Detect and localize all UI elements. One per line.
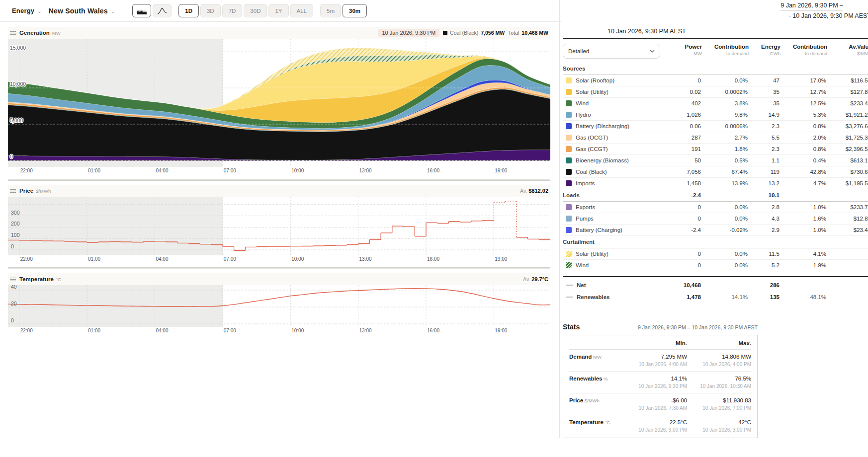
stats-box: Min. Max. Demand MW7,295 MW10 Jan 2026, … bbox=[563, 335, 758, 438]
cell-power: 1,458 bbox=[671, 180, 702, 186]
stats-title: Stats bbox=[563, 323, 580, 331]
coal-swatch-icon bbox=[443, 31, 447, 35]
x-tick-label: 19:00 bbox=[495, 328, 507, 333]
chevron-down-icon: ⌄ bbox=[111, 8, 115, 14]
section-header-sources: Sources bbox=[563, 63, 868, 75]
cell-power: 0 bbox=[671, 251, 702, 257]
table-row[interactable]: Coal (Black)7,05667.4%11942.8%$730.61 bbox=[563, 166, 868, 178]
topbar-region-dropdown[interactable]: New South Wales ⌄ bbox=[49, 7, 115, 15]
series-name: Solar (Utility) bbox=[576, 89, 608, 95]
section-header-loads: Loads-2.410.1 bbox=[563, 189, 868, 202]
cell-cenergy: 0.4% bbox=[781, 157, 827, 163]
drag-handle-icon[interactable] bbox=[10, 277, 16, 282]
drag-handle-icon[interactable] bbox=[10, 31, 16, 35]
temperature-chart[interactable]: 40200 bbox=[8, 285, 550, 327]
hover-series-name: Coal (Black) bbox=[450, 30, 478, 36]
svg-text:15,000: 15,000 bbox=[10, 45, 26, 51]
svg-text:20: 20 bbox=[11, 301, 17, 306]
cell-power: 10,468 bbox=[671, 282, 702, 288]
range-30d-button[interactable]: 30D bbox=[244, 4, 267, 17]
svg-text:0: 0 bbox=[10, 153, 13, 159]
x-tick-label: 07:00 bbox=[224, 168, 236, 173]
cell-cenergy: 12.5% bbox=[781, 100, 827, 106]
series-name: Gas (OCGT) bbox=[576, 135, 608, 141]
cell-cpower: 0.0006% bbox=[702, 123, 749, 129]
cell-power: 50 bbox=[671, 157, 702, 163]
svg-text:40: 40 bbox=[11, 285, 17, 290]
series-name: Wind bbox=[576, 100, 589, 106]
range-3d-button[interactable]: 3D bbox=[200, 4, 221, 17]
series-name: Battery (Charging) bbox=[576, 227, 622, 233]
table-row[interactable]: Bioenergy (Biomass)500.5%1.10.4%$613.13 bbox=[563, 155, 868, 166]
series-swatch-icon bbox=[566, 204, 572, 210]
date-range-end: · 10 Jan 2026, 9:30 PM AEST bbox=[781, 12, 868, 19]
summary-row-renewables[interactable]: Renewables1,47814.1%13548.1% bbox=[563, 291, 868, 303]
generation-panel: Generation MW 10 Jan 2026, 9:30 PM Coal … bbox=[8, 27, 550, 175]
view-selector-dropdown[interactable]: Detailed bbox=[563, 44, 660, 59]
table-row[interactable]: Wind00.0%5.21.9% bbox=[563, 260, 868, 271]
chart-style-line-button[interactable] bbox=[153, 4, 172, 17]
topbar-divider bbox=[124, 4, 124, 18]
summary-row-net[interactable]: Net10,468286 bbox=[563, 279, 868, 291]
cell-power: 0 bbox=[671, 204, 702, 210]
cell-cpower: 13.9% bbox=[702, 180, 749, 186]
range-all-button[interactable]: ALL bbox=[290, 4, 313, 17]
series-swatch-icon bbox=[566, 157, 572, 163]
series-swatch-icon bbox=[566, 216, 572, 222]
table-row[interactable]: Imports1,45813.9%13.24.7%$1,195.57 bbox=[563, 178, 868, 189]
cell-av: $1,725.36 bbox=[827, 135, 868, 141]
x-tick-label: 04:00 bbox=[156, 328, 168, 333]
table-row[interactable]: Battery (Discharging)0.060.0006%2.30.8%$… bbox=[563, 121, 868, 132]
table-row[interactable]: Pumps00.0%4.31.6%$12.82 bbox=[563, 213, 868, 225]
chevron-down-icon: ⌄ bbox=[37, 8, 41, 14]
panel-splitter[interactable] bbox=[8, 267, 550, 269]
table-row[interactable]: Solar (Rooftop)00.0%4717.0%$116.56 bbox=[563, 75, 868, 86]
table-row[interactable]: Exports00.0%2.81.0%$233.72 bbox=[563, 202, 868, 213]
temperature-title: Temperature bbox=[19, 276, 54, 282]
x-tick-label: 16:00 bbox=[427, 168, 439, 173]
chart-style-group bbox=[132, 4, 172, 17]
x-tick-label: 19:00 bbox=[495, 168, 507, 173]
range-7d-button[interactable]: 7D bbox=[222, 4, 243, 17]
series-swatch-icon bbox=[566, 251, 572, 257]
price-chart[interactable]: 3002001000 bbox=[8, 197, 550, 255]
cell-cenergy: 5.3% bbox=[781, 112, 827, 118]
date-range-picker[interactable]: 9 Jan 2026, 9:30 PM – · 10 Jan 2026, 9:3… bbox=[781, 2, 868, 19]
temperature-x-axis: 22:0001:0004:0007:0010:0013:0016:0019:00 bbox=[8, 327, 550, 335]
cell-cpower: 0.0% bbox=[702, 216, 749, 222]
table-row[interactable]: Solar (Utility)0.020.0002%3512.7%$127.87 bbox=[563, 86, 868, 98]
cell-cenergy: 12.7% bbox=[781, 89, 827, 95]
cell-av: $1,921.25 bbox=[827, 112, 868, 118]
svg-text:200: 200 bbox=[11, 221, 20, 227]
panel-splitter[interactable] bbox=[8, 179, 550, 181]
table-row[interactable]: Hydro1,0269.8%14.95.3%$1,921.25 bbox=[563, 109, 868, 121]
x-tick-label: 22:00 bbox=[20, 256, 33, 262]
cell-av: $233.43 bbox=[827, 100, 868, 106]
series-swatch-icon bbox=[566, 89, 572, 95]
drag-handle-icon[interactable] bbox=[10, 189, 16, 193]
x-tick-label: 01:00 bbox=[88, 256, 100, 262]
interval-30m-button[interactable]: 30m bbox=[343, 4, 367, 17]
cell-av: $23.44 bbox=[827, 227, 868, 233]
topbar-energy-dropdown[interactable]: Energy ⌄ bbox=[12, 7, 42, 14]
stats-panel: Stats 9 Jan 2026, 9:30 PM – 10 Jan 2026,… bbox=[563, 323, 758, 438]
series-name: Gas (CCGT) bbox=[576, 146, 608, 152]
table-row[interactable]: Gas (CCGT)1911.8%2.30.8%$2,396.53 bbox=[563, 144, 868, 155]
price-unit: $/MWh bbox=[36, 188, 51, 194]
interval-5m-button[interactable]: 5m bbox=[320, 4, 341, 17]
cell-energy: 2.9 bbox=[749, 227, 781, 233]
col-av-value: Av.Value$/MWh bbox=[827, 44, 868, 56]
table-row[interactable]: Battery (Charging)-2.4-0.02%2.91.0%$23.4… bbox=[563, 225, 868, 236]
view-selector-value: Detailed bbox=[568, 48, 589, 54]
table-row[interactable]: Solar (Utility)00.0%11.54.1% bbox=[563, 248, 868, 260]
generation-chart[interactable]: 15,00010,0005,0000 bbox=[8, 39, 550, 167]
range-1d-button[interactable]: 1D bbox=[178, 4, 199, 17]
col-contribution-power: Contributionto demand bbox=[702, 44, 749, 56]
chevron-down-icon bbox=[650, 50, 655, 53]
range-1y-button[interactable]: 1Y bbox=[268, 4, 288, 17]
chart-style-stacked-area-button[interactable] bbox=[132, 4, 151, 17]
table-row[interactable]: Wind4023.8%3512.5%$233.43 bbox=[563, 98, 868, 109]
charts-column: Generation MW 10 Jan 2026, 9:30 PM Coal … bbox=[0, 22, 559, 438]
table-row[interactable]: Gas (OCGT)2872.7%5.52.0%$1,725.36 bbox=[563, 132, 868, 144]
svg-text:10,000: 10,000 bbox=[10, 81, 26, 87]
